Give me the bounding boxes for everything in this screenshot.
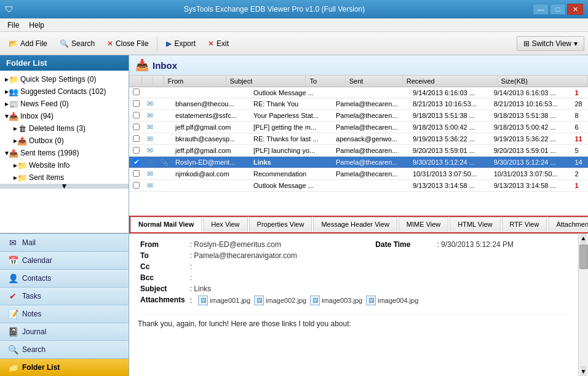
row-flag-icon: ✉ [143,110,157,122]
switch-view-button[interactable]: ⊞ Switch View ▾ [517,36,584,51]
tab-normal-mail[interactable]: Normal Mail View [130,217,202,232]
col-from[interactable]: From [164,76,226,87]
tab-properties[interactable]: Properties View [249,217,312,232]
table-row[interactable]: Outlook Message ... 9/14/2013 6:16:03 ..… [129,87,588,98]
attachments-value: : 🖼 image001.jpg 🖼 image002.jpg [188,294,570,307]
row-checkbox[interactable] [129,122,143,133]
folder-item-outbox[interactable]: ▸ 📤 Outbox (0) [0,135,129,147]
table-row[interactable]: ✉ estatements@ssfc... Your Paperless Sta… [129,110,588,122]
close-button[interactable]: ✕ [567,4,583,15]
col-received[interactable]: Received [402,76,497,87]
row-checkbox[interactable] [129,168,143,180]
row-flag-icon [143,87,157,98]
add-file-button[interactable]: 📂 Add File [4,37,52,50]
nav-item-mail[interactable]: ✉ Mail [0,233,129,251]
table-row[interactable]: ✉ bkrauth@caseysp... RE: Thanks for last… [129,133,588,145]
row-subject: Outlook Message ... [250,180,332,192]
scroll-up-button[interactable]: ▲ [581,233,587,243]
folder-item-deleted[interactable]: ▸ 🗑 Deleted Items (3) [0,122,129,135]
table-row[interactable]: ✉ jeff.plf@gmail.com [PLF] getting the m… [129,122,588,133]
close-file-button[interactable]: ✕ Close File [102,37,153,50]
search-nav-icon: 🔍 [7,344,18,355]
tab-mime[interactable]: MIME View [399,217,448,232]
preview-meta-table: From : Roslyn-ED@emeritus.com Date Time … [138,239,570,307]
calendar-nav-icon: 📅 [7,255,18,266]
folder-item-suggested[interactable]: ▸ 👥 Suggested Contacts (102) [0,85,129,98]
row-from: bhansen@thecou... [172,98,250,110]
row-checkbox[interactable] [129,145,143,157]
scroll-thumb[interactable] [579,245,588,269]
tab-html[interactable]: HTML View [450,217,500,232]
row-from [172,180,250,192]
attachment-image004[interactable]: 🖼 image004.jpg [366,296,418,305]
col-check[interactable] [129,76,141,87]
col-flag[interactable] [141,76,153,87]
nav-item-folder-list[interactable]: 📁 Folder List [0,358,129,376]
folder-icon: 📤 [9,148,18,158]
row-size: 8 [571,110,588,122]
row-checkbox[interactable] [129,180,143,192]
row-from: njmkodi@aol.com [172,168,250,180]
row-flag-icon: ✉ [143,122,157,133]
folder-item-news-feed[interactable]: ▸ 📰 News Feed (0) [0,98,129,110]
menu-file[interactable]: File [2,20,24,31]
email-list-body[interactable]: Outlook Message ... 9/14/2013 6:16:03 ..… [129,87,588,216]
row-checkbox[interactable] [129,110,143,122]
row-checkbox[interactable] [129,98,143,110]
attachment-image002[interactable]: 🖼 image002.jpg [254,296,306,305]
menu-help[interactable]: Help [24,20,49,31]
attachment-image001[interactable]: 🖼 image001.jpg [198,296,250,305]
sidebar-header: Folder List [0,55,129,71]
cc-label: Cc [138,261,188,272]
folder-item-quick-step[interactable]: ▸ 📁 Quick Step Settings (0) [0,73,129,85]
scroll-down-indicator[interactable]: ▼ [0,184,129,189]
table-row[interactable]: ✉ njmkodi@aol.com Recommendation Pamela@… [129,168,588,180]
nav-item-search[interactable]: 🔍 Search [0,340,129,358]
row-size: 11 [571,133,588,145]
nav-item-contacts[interactable]: 👤 Contacts [0,269,129,287]
folder-icon: 📁 [9,74,18,84]
row-from: jeff.plf@gmail.com [172,145,250,157]
row-to: Pamela@thecaren... [332,168,409,180]
cc-value: : [188,261,373,272]
folder-item-inbox[interactable]: ▾ 📥 Inbox (94) [0,110,129,122]
tab-message-header[interactable]: Message Header View [313,217,397,232]
folder-item-website-info[interactable]: ▸ 📁 Website Info [0,159,129,171]
export-button[interactable]: ▶ Export [161,37,201,50]
row-checkbox[interactable] [129,157,143,168]
table-row[interactable]: ✉ 📎 Roslyn-ED@merit... Links Pamela@thec… [129,157,588,168]
row-checkbox[interactable] [129,133,143,145]
minimize-button[interactable]: — [533,4,549,15]
tab-rtf[interactable]: RTF View [502,217,547,232]
col-sent[interactable]: Sent [345,76,402,87]
row-from: jeff.plf@gmail.com [172,122,250,133]
nav-item-journal[interactable]: 📓 Journal [0,323,129,340]
table-row[interactable]: ✉ Outlook Message ... 9/13/2013 3:14:58 … [129,180,588,192]
nav-item-tasks[interactable]: ✔ Tasks [0,287,129,305]
exit-icon: ✕ [208,39,214,48]
nav-item-notes[interactable]: 📝 Notes [0,305,129,323]
table-row[interactable]: ✉ jeff.plf@gmail.com [PLF] launching yo.… [129,145,588,157]
contacts-nav-icon: 👤 [7,273,18,284]
row-from: estatements@ssfc... [172,110,250,122]
row-sent: 9/18/2013 5:51:38 ... [409,110,490,122]
exit-button[interactable]: ✕ Exit [203,37,234,50]
col-to[interactable]: To [306,76,345,87]
nav-item-calendar[interactable]: 📅 Calendar [0,251,129,269]
tab-hex[interactable]: Hex View [203,217,247,232]
folder-item-sent-items[interactable]: ▾ 📤 Sent Items (1998) [0,147,129,159]
table-row[interactable]: ✉ bhansen@thecou... RE: Thank You Pamela… [129,98,588,110]
row-subject: RE: Thanks for last ... [250,133,332,145]
col-attach[interactable] [153,76,164,87]
bcc-label: Bcc [138,272,188,283]
scroll-down-button[interactable]: ▼ [581,366,587,376]
row-to [332,180,409,192]
maximize-button[interactable]: □ [550,4,566,15]
search-button[interactable]: 🔍 Search [55,37,100,50]
attachment-image003[interactable]: 🖼 image003.jpg [310,296,362,305]
tab-attachments[interactable]: Attachments [548,217,588,232]
col-size[interactable]: Size(KB) [497,76,587,87]
row-checkbox[interactable] [129,87,143,98]
col-subject[interactable]: Subject [226,76,306,87]
folder-icon: 👥 [9,87,18,96]
